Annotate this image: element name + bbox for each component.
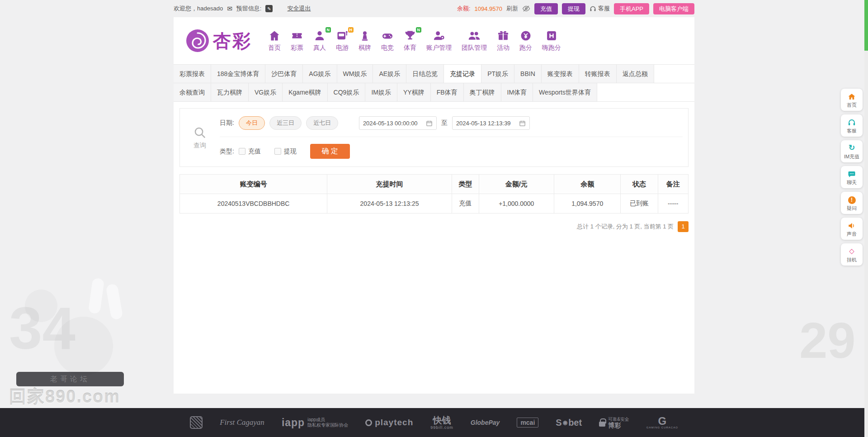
scrollbar-thumb[interactable]: [864, 0, 868, 51]
tab-saba-sports[interactable]: 沙巴体育: [265, 65, 303, 83]
quick-date-today[interactable]: 今日: [239, 116, 265, 130]
tab-wali-chess[interactable]: 瓦力棋牌: [211, 83, 249, 101]
slot-machine-icon: H: [336, 29, 349, 42]
date-to-input[interactable]: 2024-05-13 12:13:39: [452, 116, 530, 130]
edit-icon[interactable]: ✎: [265, 5, 273, 12]
nav-item-account-management[interactable]: 账户管理: [426, 29, 452, 52]
tab-deposit-withdraw-records[interactable]: 充提记录: [444, 65, 481, 83]
mcai-logo: mcai: [517, 418, 538, 428]
gaming-curacao-logo: G GAMING CURACAO: [646, 416, 678, 429]
gamepad-icon: [381, 29, 394, 42]
tab-wesports[interactable]: Wesports世界体育: [533, 83, 597, 101]
tab-ag[interactable]: AG娱乐: [303, 65, 337, 83]
nav-item-hi-paofen[interactable]: 嗨跑分: [542, 29, 561, 52]
tab-daily-summary[interactable]: 日结总览: [406, 65, 444, 83]
tab-transfer-report[interactable]: 转账报表: [579, 65, 617, 83]
col-header-status: 状态: [621, 175, 658, 194]
main-panel: 杏彩 首页 彩票: [174, 17, 694, 394]
pagination: 总计 1 个记录, 分为 1 页, 当前第 1 页 1: [179, 221, 689, 232]
quick-date-7days[interactable]: 近七日: [306, 116, 338, 130]
reserved-info-label: 预留信息:: [236, 5, 262, 13]
tab-pt[interactable]: PT娱乐: [481, 65, 514, 83]
withdraw-button[interactable]: 提现: [562, 3, 585, 14]
sbet-dot-icon: ◉: [563, 419, 567, 426]
cell-amount: +1,000.0000: [479, 194, 554, 214]
side-nav-home[interactable]: 首页: [841, 89, 863, 111]
table-header-row: 账变编号 充提时间 类型 金额/元 余额 状态 备注: [180, 175, 689, 194]
tab-lottery-report[interactable]: 彩票报表: [174, 65, 211, 83]
tab-fb-sports[interactable]: FB体育: [431, 83, 464, 101]
page-1-button[interactable]: 1: [678, 221, 689, 232]
nav-item-lottery[interactable]: 彩票: [291, 29, 303, 52]
recharge-refresh-icon: ↻: [841, 143, 863, 152]
nav-item-sports[interactable]: N 体育: [404, 29, 416, 52]
nav-items: 首页 彩票 N 真人: [258, 29, 561, 52]
nav-item-activity[interactable]: 活动: [497, 29, 509, 52]
bowling-pin-decor: [88, 278, 105, 314]
calendar-icon: [426, 120, 433, 127]
tab-im-sports[interactable]: IM体育: [501, 83, 533, 101]
headset-icon: [841, 118, 863, 127]
tab-im[interactable]: IM娱乐: [365, 83, 397, 101]
pagcor-seal-logo: [190, 416, 203, 429]
nav-item-esports[interactable]: 电竞: [381, 29, 394, 52]
customer-service-link[interactable]: 客服: [590, 5, 610, 13]
nav-item-team-management[interactable]: 团队管理: [462, 29, 487, 52]
eye-off-icon[interactable]: [522, 5, 530, 13]
bowling-ball-decor: [25, 290, 57, 322]
headset-icon: [590, 5, 596, 12]
account-icon: [433, 29, 445, 42]
type-label: 类型:: [220, 147, 234, 156]
logout-link[interactable]: 安全退出: [287, 5, 311, 13]
cell-balance: 1,094.9570: [554, 194, 621, 214]
type-deposit-option[interactable]: 充值: [239, 147, 261, 156]
mobile-app-button[interactable]: 手机APP: [614, 3, 649, 14]
tab-cq9[interactable]: CQ9娱乐: [328, 83, 366, 101]
tab-rebate-total[interactable]: 返点总额: [617, 65, 654, 83]
withdraw-checkbox[interactable]: [274, 148, 281, 155]
lottery-ticket-icon: [291, 29, 303, 42]
tab-yy-chess[interactable]: YY棋牌: [397, 83, 431, 101]
pagination-summary: 总计 1 个记录, 分为 1 页, 当前第 1 页: [577, 223, 674, 231]
cell-remark: -----: [658, 194, 689, 214]
side-nav-im-recharge[interactable]: ↻ IM充值: [841, 140, 863, 162]
balance-label: 余额:: [457, 5, 471, 13]
date-from-input[interactable]: 2024-05-13 00:00:00: [359, 116, 437, 130]
col-header-type: 类型: [452, 175, 479, 194]
tab-bbin[interactable]: BBIN: [514, 65, 542, 83]
new-badge: N: [326, 27, 331, 33]
tab-ae[interactable]: AE娱乐: [373, 65, 406, 83]
tab-kgame[interactable]: Kgame棋牌: [283, 83, 327, 101]
nav-item-live-casino[interactable]: N 真人: [313, 29, 326, 52]
footer: First Cagayan iapp iapp成员 隐私权专家国际协会 play…: [0, 408, 868, 437]
diamond-icon: ◇: [841, 247, 863, 256]
deposit-checkbox[interactable]: [239, 148, 245, 155]
tab-balance-query[interactable]: 余额查询: [174, 83, 211, 101]
side-nav-service[interactable]: 客服: [841, 114, 863, 137]
side-nav-chat[interactable]: 聊天: [841, 166, 863, 188]
side-nav-question[interactable]: ! 疑问: [841, 192, 863, 214]
home-icon: [268, 29, 281, 42]
tab-aoding-chess[interactable]: 奥丁棋牌: [464, 83, 501, 101]
side-nav-hangup[interactable]: ◇ 挂机: [841, 243, 863, 266]
lock-icon: [599, 422, 605, 427]
side-nav-sound[interactable]: 声音: [841, 218, 863, 240]
type-withdraw-option[interactable]: 提现: [274, 147, 297, 156]
nav-item-paofen[interactable]: 跑分: [519, 29, 532, 52]
refresh-link[interactable]: 刷新: [506, 5, 518, 13]
tab-account-change-report[interactable]: 账变报表: [542, 65, 579, 83]
deposit-button[interactable]: 充值: [534, 3, 558, 14]
quick-date-3days[interactable]: 近三日: [269, 116, 302, 130]
report-tabs-row2: 余额查询 瓦力棋牌 VG娱乐 Kgame棋牌 CQ9娱乐 IM娱乐 YY棋牌 F…: [174, 83, 694, 102]
99bill-logo: 快钱 99bill.com: [430, 416, 453, 430]
site-logo[interactable]: 杏彩: [185, 28, 252, 53]
tab-wm[interactable]: WM娱乐: [337, 65, 373, 83]
nav-item-home[interactable]: 首页: [268, 29, 281, 52]
pc-client-button[interactable]: 电脑客户端: [653, 3, 694, 14]
nav-item-egames[interactable]: H 电游: [336, 29, 349, 52]
nav-item-chess-cards[interactable]: 棋牌: [359, 29, 371, 52]
tab-188-sports[interactable]: 188金宝博体育: [211, 65, 265, 83]
confirm-button[interactable]: 确 定: [310, 144, 350, 159]
tab-vg[interactable]: VG娱乐: [249, 83, 283, 101]
mail-icon[interactable]: ✉: [227, 5, 232, 12]
